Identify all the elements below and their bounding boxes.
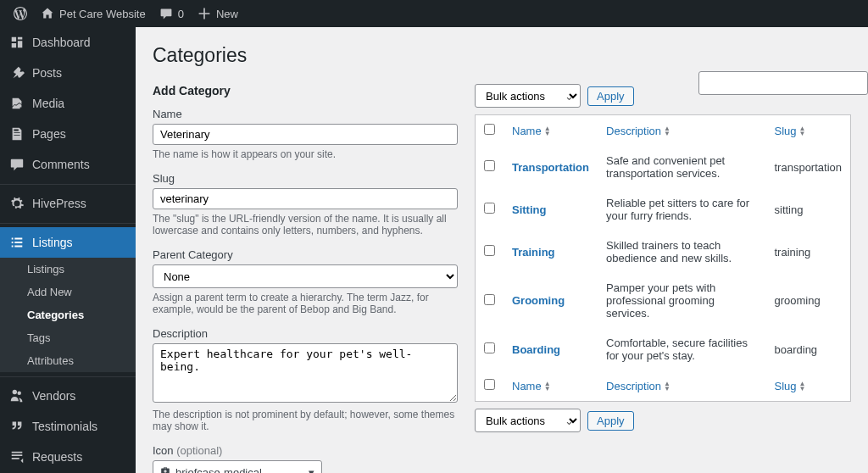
category-name-link[interactable]: Boarding: [512, 343, 560, 356]
comments-link[interactable]: 0: [153, 0, 191, 27]
sidebar-item-requests[interactable]: Requests: [0, 442, 136, 472]
users-icon: [8, 387, 25, 404]
category-slug: training: [766, 231, 851, 273]
media-icon: [8, 95, 25, 112]
pin-icon: [8, 64, 25, 81]
col-description-header[interactable]: Description▲▼: [606, 125, 670, 137]
description-help: The description is not prominent by defa…: [153, 409, 458, 432]
sort-icon: ▲▼: [799, 381, 806, 392]
categories-table: Name▲▼ Description▲▼ Slug▲▼ Transportati…: [475, 114, 851, 402]
category-slug: transportation: [766, 146, 851, 188]
page-title: Categories: [153, 44, 851, 67]
category-description: Pamper your pets with professional groom…: [598, 273, 765, 328]
col-name-header[interactable]: Name▲▼: [512, 125, 551, 137]
category-description: Reliable pet sitters to care for your fu…: [598, 188, 765, 231]
parent-select[interactable]: None: [153, 264, 458, 288]
new-label: New: [216, 8, 238, 20]
description-textarea[interactable]: Expert healthcare for your pet's well-be…: [153, 343, 458, 403]
sidebar-item-testimonials[interactable]: Testimonials: [0, 411, 136, 442]
sidebar-item-label: Dashboard: [32, 36, 91, 49]
home-icon: [41, 7, 54, 20]
col-slug-footer[interactable]: Slug▲▼: [775, 380, 806, 392]
col-slug-header[interactable]: Slug▲▼: [775, 125, 806, 137]
submenu-item-tags[interactable]: Tags: [0, 326, 136, 349]
row-select-checkbox[interactable]: [484, 245, 495, 256]
table-row: BoardingComfortable, secure facilities f…: [476, 328, 850, 370]
sidebar-item-posts[interactable]: Posts: [0, 58, 136, 88]
parent-help: Assign a parent term to create a hierarc…: [153, 292, 458, 315]
sidebar-item-label: HivePress: [32, 197, 86, 210]
site-name-link[interactable]: Pet Care Website: [34, 0, 153, 27]
sidebar-item-pages[interactable]: Pages: [0, 119, 136, 149]
description-label: Description: [153, 327, 458, 340]
category-name-link[interactable]: Training: [512, 246, 555, 259]
bulk-actions-select-bottom[interactable]: Bulk actions: [475, 409, 581, 432]
slug-input[interactable]: [153, 188, 458, 209]
category-slug: boarding: [766, 328, 851, 370]
sidebar-item-dashboard[interactable]: Dashboard: [0, 27, 136, 58]
sort-icon: ▲▼: [799, 126, 806, 136]
sidebar-item-label: Posts: [32, 66, 62, 80]
new-content-link[interactable]: New: [191, 0, 245, 27]
sort-icon: ▲▼: [664, 381, 670, 392]
submenu: ListingsAdd NewCategoriesTagsAttributes: [0, 258, 136, 372]
form-heading: Add Category: [153, 84, 458, 97]
search-box: [698, 71, 868, 95]
submenu-item-categories[interactable]: Categories: [0, 303, 136, 326]
gear-icon: [8, 195, 25, 212]
col-name-footer[interactable]: Name▲▼: [512, 380, 551, 392]
select-all-bottom[interactable]: [484, 379, 495, 390]
site-name-text: Pet Care Website: [59, 8, 146, 20]
row-select-checkbox[interactable]: [484, 160, 495, 171]
sidebar-item-media[interactable]: Media: [0, 88, 136, 119]
category-name-link[interactable]: Transportation: [512, 161, 589, 174]
name-input[interactable]: [153, 124, 458, 145]
sidebar-item-label: Listings: [32, 236, 72, 249]
submenu-item-listings[interactable]: Listings: [0, 258, 136, 281]
search-input[interactable]: [698, 71, 868, 95]
sort-icon: ▲▼: [544, 126, 551, 136]
categories-list: Bulk actions ⌄ Apply Name▲▼ Description▲…: [475, 84, 851, 473]
submenu-item-add-new[interactable]: Add New: [0, 281, 136, 303]
table-row: GroomingPamper your pets with profession…: [476, 273, 850, 328]
table-row: TransportationSafe and convenient pet tr…: [476, 146, 850, 188]
submenu-item-attributes[interactable]: Attributes: [0, 349, 136, 372]
sidebar-item-hivepress[interactable]: HivePress: [0, 188, 136, 219]
category-description: Comfortable, secure facilities for your …: [598, 328, 765, 370]
table-row: TrainingSkilled trainers to teach obedie…: [476, 231, 850, 273]
category-slug: sitting: [766, 188, 851, 231]
icon-value: briefcase-medical: [175, 466, 262, 474]
admin-topbar: Pet Care Website 0 New: [0, 0, 868, 27]
pages-icon: [8, 125, 25, 142]
category-name-link[interactable]: Grooming: [512, 294, 565, 307]
chevron-down-icon: ▾: [309, 466, 314, 474]
row-select-checkbox[interactable]: [484, 294, 495, 305]
sidebar-item-label: Pages: [32, 127, 66, 141]
category-name-link[interactable]: Sitting: [512, 203, 546, 216]
request-icon: [8, 448, 25, 465]
icon-select[interactable]: briefcase-medical ▾: [153, 460, 322, 473]
wp-logo[interactable]: [7, 0, 34, 27]
quote-icon: [8, 418, 25, 435]
apply-button-bottom[interactable]: Apply: [587, 411, 634, 431]
sort-icon: ▲▼: [664, 126, 670, 136]
list-icon: [8, 234, 25, 251]
sidebar-item-label: Vendors: [32, 389, 75, 403]
sidebar-item-comments[interactable]: Comments: [0, 149, 136, 180]
row-select-checkbox[interactable]: [484, 342, 495, 353]
sidebar-item-label: Comments: [32, 158, 90, 171]
slug-help: The "slug" is the URL-friendly version o…: [153, 213, 458, 236]
col-description-footer[interactable]: Description▲▼: [606, 380, 670, 392]
bulk-actions-select-top[interactable]: Bulk actions: [475, 84, 581, 108]
sidebar-item-vendors[interactable]: Vendors: [0, 381, 136, 411]
tablenav-bottom: Bulk actions ⌄ Apply: [475, 409, 851, 432]
row-select-checkbox[interactable]: [484, 203, 495, 214]
icon-label: Icon (optional): [153, 444, 458, 457]
apply-button-top[interactable]: Apply: [587, 86, 634, 106]
select-all-top[interactable]: [484, 124, 495, 135]
comment-icon: [8, 156, 25, 173]
comments-count: 0: [178, 8, 184, 20]
sidebar-item-listings[interactable]: Listings: [0, 227, 136, 258]
category-description: Safe and convenient pet transportation s…: [598, 146, 765, 188]
sidebar-item-label: Testimonials: [32, 420, 97, 433]
